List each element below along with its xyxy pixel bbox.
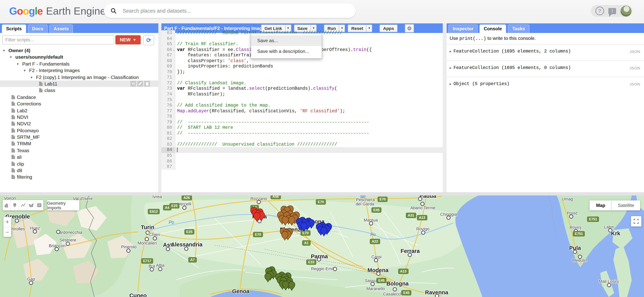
expand-triangle-icon[interactable]: ▸ xyxy=(450,50,452,53)
code-line-80[interactable]: 80// START LAB 12 Here xyxy=(162,125,443,131)
tree-file-ndvi[interactable]: NDVI xyxy=(0,114,158,120)
script-title: Part F - Fundamentals/F2 - Interpreting … xyxy=(164,26,261,31)
zoom-in-button[interactable]: + xyxy=(4,217,11,227)
tab-docs[interactable]: Docs xyxy=(28,24,48,33)
delete-icon[interactable] xyxy=(144,81,150,87)
code-line-73[interactable]: 73var RFclassified = landsat.select(pred… xyxy=(162,86,443,92)
tree-file-d8[interactable]: d8 xyxy=(0,167,158,174)
tree-file-trmm[interactable]: TRMM xyxy=(0,140,158,147)
feedback-icon[interactable]: ! xyxy=(608,8,616,14)
code-line-71[interactable]: 71 xyxy=(162,75,443,80)
expand-arrow[interactable]: ▾ xyxy=(24,68,26,72)
search-input[interactable] xyxy=(122,8,338,14)
polygon-draw-icon[interactable] xyxy=(27,200,36,210)
tree-file-ndvi2[interactable]: NDVI2 xyxy=(0,120,158,127)
tree-label: Texas xyxy=(17,148,29,153)
tree-file-lab2[interactable]: Lab2 xyxy=(0,107,158,114)
refresh-button[interactable]: ⟳ xyxy=(143,35,154,45)
tree-file-pilcomayo[interactable]: Pilcomayo xyxy=(0,127,158,134)
rectangle-draw-icon[interactable] xyxy=(36,200,43,210)
code-line-76[interactable]: 76// Add classified image to the map. xyxy=(162,103,443,108)
history-icon[interactable]: ⟲ xyxy=(130,81,136,87)
code-line-81[interactable]: 81// -----------------------------------… xyxy=(162,131,443,136)
tree-folder-users-sounny-default[interactable]: ▾users/sounny/default xyxy=(0,54,158,60)
map-type-button[interactable]: Map xyxy=(590,200,612,210)
tab-assets[interactable]: Assets xyxy=(50,24,73,33)
road-badge-a31: A31 xyxy=(406,213,416,218)
tab-console[interactable]: Console xyxy=(480,24,506,33)
code-line-86[interactable]: 86 xyxy=(162,158,443,164)
tree-file-srtm-mf[interactable]: SRTM_MF xyxy=(0,134,158,140)
tree-file-corrections[interactable]: Corrections xyxy=(0,100,158,107)
console-entry[interactable]: ▸FeatureCollection (1695 elements, 2 col… xyxy=(446,44,644,60)
tab-scripts[interactable]: Scripts xyxy=(2,24,26,33)
line-draw-icon[interactable] xyxy=(19,200,28,210)
gutter-line-number: 65 xyxy=(162,42,175,47)
json-link[interactable]: JSON xyxy=(630,82,640,86)
code-line-77[interactable]: 77Map.addLayer(RFclassified, classificat… xyxy=(162,108,443,114)
help-icon[interactable]: ? xyxy=(595,6,604,15)
code-text: var RFclassified = landsat.select(predic… xyxy=(177,86,337,92)
tree-folder-part-f-fundamentals[interactable]: ▾Part F - Fundamentals xyxy=(0,60,158,67)
code-line-79[interactable]: 79// -----------------------------------… xyxy=(162,120,443,125)
menu-item-save-with-a-description-[interactable]: Save with a description... xyxy=(251,46,322,57)
json-link[interactable]: JSON xyxy=(630,50,640,54)
code-line-84[interactable]: 84 xyxy=(162,147,443,153)
expand-triangle-icon[interactable]: ▸ xyxy=(450,66,452,70)
tree-file-lab11[interactable]: Lab11⟲ xyxy=(0,80,158,87)
tab-tasks[interactable]: Tasks xyxy=(508,24,529,33)
search-bar[interactable] xyxy=(104,4,356,18)
code-line-87[interactable]: 87 xyxy=(162,164,443,170)
point-marker-icon[interactable] xyxy=(11,200,19,210)
expand-triangle-icon[interactable]: ▸ xyxy=(450,82,452,86)
menu-item-save-as-[interactable]: Save as... xyxy=(251,35,322,46)
tree-file-candace[interactable]: Candace xyxy=(0,94,158,100)
expand-arrow[interactable]: ▾ xyxy=(31,75,32,79)
code-line-75[interactable]: 75 xyxy=(162,97,443,103)
tab-inspector[interactable]: Inspector xyxy=(448,24,478,33)
tree-folder-owner-4-[interactable]: ▾Owner (4) xyxy=(0,47,158,54)
filter-scripts-input[interactable] xyxy=(2,35,114,44)
satellite-type-button[interactable]: Satellite xyxy=(612,200,640,210)
code-line-68[interactable]: 68 classProperty: 'class', xyxy=(162,58,443,64)
code-line-83[interactable]: 83/////////////// Unsupervised classific… xyxy=(162,142,443,147)
zoom-out-button[interactable]: − xyxy=(4,227,11,237)
code-line-69[interactable]: 69 inputProperties: predictionBands xyxy=(162,64,443,69)
tree-label: Lab11 xyxy=(44,81,57,86)
avatar[interactable] xyxy=(620,5,632,17)
map-view[interactable]: VoironVal-d'IsèreGrenobleÉchirollesHuezB… xyxy=(0,196,644,297)
console-entry[interactable]: ▸Object (5 properties)JSON xyxy=(446,77,644,93)
code-line-72[interactable]: 72// Classify Landsat image. xyxy=(162,80,443,86)
fullscreen-button[interactable] xyxy=(631,216,641,226)
code-line-70[interactable]: 70}); xyxy=(162,69,443,75)
map-town-dot xyxy=(369,221,373,226)
map-town-dot xyxy=(55,247,59,251)
code-line-74[interactable]: 74 RFclassifier); xyxy=(162,92,443,97)
geometry-imports-button[interactable]: Geometry Imports xyxy=(47,200,79,210)
console-entry[interactable]: ▸FeatureCollection (1695 elements, 0 col… xyxy=(446,60,644,77)
tree-file-clip[interactable]: clip xyxy=(0,160,158,167)
tree-file-ali[interactable]: ali xyxy=(0,154,158,160)
edit-icon[interactable] xyxy=(137,81,143,87)
json-link[interactable]: JSON xyxy=(630,66,640,70)
tree-file-class[interactable]: class xyxy=(0,87,158,94)
map-label-genoa: Genoa xyxy=(232,288,249,294)
gutter-line-number: 81 xyxy=(162,131,175,136)
tree-file-texas[interactable]: Texas xyxy=(0,147,158,154)
expand-arrow[interactable]: ▾ xyxy=(17,62,18,66)
tree-file-filtering[interactable]: filtering xyxy=(0,174,158,180)
map-label-voiron: Voiron xyxy=(4,196,16,200)
road-badge-e33: E33 xyxy=(306,260,316,265)
right-splitter[interactable] xyxy=(443,24,446,192)
code-line-78[interactable]: 78 xyxy=(162,114,443,119)
tree-folder-f2-copy-1-interpreting-an-image-classification[interactable]: ▾F2 (copy).1 Interpreting an Image - Cla… xyxy=(0,74,158,80)
tree-label: class xyxy=(44,88,55,93)
code-line-85[interactable]: 85 xyxy=(162,153,443,158)
left-splitter[interactable] xyxy=(158,24,162,192)
tree-folder-f2-interpreting-images[interactable]: ▾F2 - Interpreting Images xyxy=(0,67,158,74)
pan-hand-icon[interactable] xyxy=(3,200,11,210)
new-button[interactable]: NEW▼ xyxy=(116,35,141,44)
expand-arrow[interactable]: ▾ xyxy=(3,49,5,52)
code-line-82[interactable]: 82 xyxy=(162,136,443,142)
expand-arrow[interactable]: ▾ xyxy=(10,56,12,59)
